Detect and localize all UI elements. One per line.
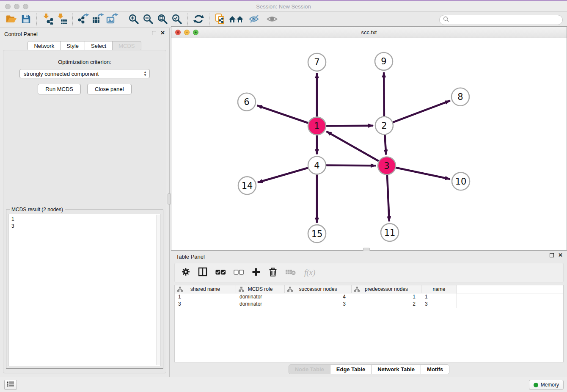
close-panel-button[interactable]: Close panel: [87, 84, 132, 94]
graph-node-label-3: 3: [384, 161, 389, 171]
delete-column-button[interactable]: [269, 267, 277, 278]
control-panel-title: Control Panel: [4, 31, 38, 37]
show-all-button[interactable]: [264, 14, 281, 26]
zoom-fit-button[interactable]: [155, 14, 170, 26]
tab-network-table[interactable]: Network Table: [371, 365, 421, 374]
network-view-window: ✕ − + scc.txt 7968124314101511: [171, 26, 567, 251]
network-view-title: scc.txt: [171, 27, 567, 38]
export-image-button[interactable]: [105, 14, 119, 26]
tab-motifs[interactable]: Motifs: [421, 365, 449, 374]
zoom-selected-icon: [171, 14, 182, 26]
column-header-shared-name[interactable]: shared name: [175, 285, 236, 293]
zoom-out-icon: [143, 14, 154, 26]
table-cell[interactable]: dominator: [236, 301, 285, 308]
table-cell[interactable]: 1: [175, 293, 236, 301]
graph-edge-3-10[interactable]: [396, 168, 450, 179]
close-panel-icon[interactable]: ✕: [558, 253, 563, 257]
column-layout-button[interactable]: [198, 267, 207, 278]
table-cell[interactable]: dominator: [236, 293, 285, 301]
open-session-button[interactable]: [4, 14, 19, 26]
run-mcds-button[interactable]: Run MCDS: [38, 84, 81, 94]
tab-select[interactable]: Select: [85, 41, 113, 51]
refresh-layout-button[interactable]: [191, 14, 206, 26]
column-header-name[interactable]: name: [421, 285, 457, 293]
search-icon: [443, 16, 449, 24]
export-table-button[interactable]: [91, 14, 105, 26]
float-panel-icon[interactable]: [152, 31, 156, 35]
table-row-1[interactable]: 3dominator323: [175, 301, 563, 308]
graph-edge-4-14[interactable]: [258, 168, 308, 183]
control-panel-tabs: Network Style Select MCDS: [0, 41, 169, 51]
graph-edge-4-3[interactable]: [326, 166, 376, 166]
close-panel-icon[interactable]: ✕: [160, 31, 165, 35]
table-row-0[interactable]: 1dominator411: [175, 293, 563, 301]
export-network-button[interactable]: [76, 14, 91, 26]
save-session-button[interactable]: [19, 14, 33, 26]
clone-network-button[interactable]: [213, 14, 227, 26]
graph-edge-1-2[interactable]: [326, 126, 373, 126]
apply-function-button[interactable]: f(x): [304, 268, 315, 277]
float-panel-icon[interactable]: [550, 253, 554, 257]
vertical-splitter-handle[interactable]: [168, 193, 171, 204]
search-field[interactable]: [439, 15, 563, 25]
graph-edge-2-9[interactable]: [384, 72, 384, 116]
column-header-predecessor-nodes[interactable]: predecessor nodes: [352, 285, 421, 293]
eye-icon: [266, 14, 279, 26]
unchecked-boxes-icon: [234, 269, 244, 276]
table-cell[interactable]: 1: [352, 293, 421, 301]
table-cell[interactable]: 1: [421, 293, 457, 301]
column-header-successor-nodes[interactable]: successor nodes: [285, 285, 352, 293]
graph-node-label-14: 14: [242, 181, 253, 191]
table-cell[interactable]: 3: [421, 301, 457, 308]
graph-node-label-2: 2: [381, 121, 387, 131]
mcds-result-list[interactable]: 1 3: [8, 214, 161, 366]
trash-icon: [269, 267, 277, 278]
graph-edge-3-1[interactable]: [327, 131, 379, 161]
mcds-result-group: MCDS result (2 nodes) 1 3: [6, 210, 163, 369]
plus-icon: [252, 268, 261, 278]
column-header-MCDS-role[interactable]: MCDS role: [236, 285, 285, 293]
graph-edge-2-3[interactable]: [385, 135, 386, 155]
network-window-titlebar[interactable]: ✕ − + scc.txt: [171, 27, 567, 38]
table-cell[interactable]: 4: [285, 293, 352, 301]
memory-button[interactable]: Memory: [529, 380, 564, 390]
tab-edge-table[interactable]: Edge Table: [330, 365, 371, 374]
zoom-in-button[interactable]: [127, 14, 141, 26]
table-cell[interactable]: 3: [285, 301, 352, 308]
graph-edge-3-11[interactable]: [387, 175, 389, 221]
table-settings-button[interactable]: [182, 268, 190, 278]
zoom-selected-button[interactable]: [170, 14, 184, 26]
add-column-button[interactable]: [252, 268, 261, 278]
tab-network[interactable]: Network: [28, 41, 61, 51]
import-network-icon: [42, 13, 53, 26]
delete-table-button[interactable]: [285, 268, 296, 277]
first-neighbors-button[interactable]: [227, 14, 246, 26]
tab-mcds[interactable]: MCDS: [112, 41, 141, 51]
table-cell[interactable]: 2: [352, 301, 421, 308]
table-cell[interactable]: 3: [175, 301, 236, 308]
export-image-icon: [106, 13, 118, 26]
application-window: Session: New Session: [0, 0, 567, 392]
tree-icon: [177, 287, 183, 293]
network-canvas-svg: 7968124314101511: [171, 38, 567, 250]
search-input[interactable]: [451, 17, 562, 23]
toolbar-separator: [123, 14, 123, 26]
task-history-button[interactable]: [4, 380, 17, 390]
zoom-out-button[interactable]: [141, 14, 155, 26]
deselect-all-columns-button[interactable]: [234, 269, 244, 276]
result-scrollbar[interactable]: [156, 215, 160, 365]
hide-selected-button[interactable]: [246, 14, 264, 26]
control-panel-controls: ✕: [152, 31, 165, 35]
tab-node-table[interactable]: Node Table: [289, 365, 330, 374]
graph-node-label-6: 6: [244, 97, 249, 107]
optimization-criterion-select[interactable]: strongly connected component ▲▼: [19, 69, 150, 78]
toolbar-separator: [72, 14, 73, 26]
graph-edge-1-6[interactable]: [257, 105, 308, 123]
open-folder-icon: [6, 14, 17, 26]
import-table-button[interactable]: [55, 14, 69, 26]
tab-style[interactable]: Style: [60, 41, 85, 51]
import-network-button[interactable]: [40, 14, 55, 26]
select-all-columns-button[interactable]: [215, 269, 226, 276]
network-canvas[interactable]: 7968124314101511: [171, 38, 567, 250]
graph-edge-2-8[interactable]: [393, 101, 450, 122]
